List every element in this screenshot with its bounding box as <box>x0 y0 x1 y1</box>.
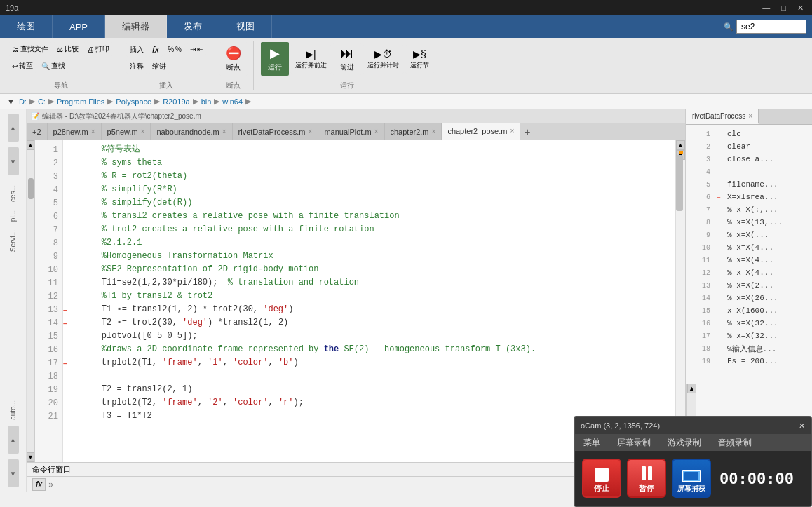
sidebar-label[interactable]: ces... <box>9 185 17 202</box>
tab-chapter2-pose-close[interactable]: × <box>510 127 514 135</box>
scroll-up-arrow[interactable]: ▲ <box>27 140 34 150</box>
tab-p28new-close[interactable]: × <box>91 128 95 135</box>
tab-rivet[interactable]: rivetDataProcess.m × <box>233 123 319 140</box>
code-line-9[interactable]: %Homogeneous Transformation Matrix <box>81 250 670 263</box>
fx-button[interactable]: fx <box>32 478 46 491</box>
scroll-down-arrow[interactable]: ▼ <box>27 452 34 462</box>
ocam-stop-btn[interactable]: 停止 <box>582 459 621 498</box>
code-line-11[interactable]: T11=se2(1,2,30*pi/180); % translation an… <box>81 276 670 290</box>
right-scroll-up[interactable]: ▲ <box>687 384 696 393</box>
window-controls[interactable]: — □ ✕ <box>759 4 806 13</box>
code-line-3[interactable]: % R = rot2(theta) <box>81 170 670 183</box>
tab-drawing[interactable]: 绘图 <box>0 15 53 38</box>
scrollbar-thumb[interactable] <box>676 155 683 211</box>
run-timer-btn[interactable]: ▶⏱ 运行并计时 <box>363 45 404 74</box>
ocam-title: oCam (3, 2, 1356, 724) <box>581 421 660 430</box>
right-panel-tab-close[interactable]: × <box>748 112 752 120</box>
tab-app[interactable]: APP <box>53 15 105 38</box>
scroll-thumb[interactable] <box>28 178 34 199</box>
code-line-16[interactable]: %draws a 2D coordinate frame represented… <box>81 343 670 356</box>
advance-btn[interactable]: ⏭ 前进 <box>333 43 361 76</box>
code-line-8[interactable]: %2.1.2.1 <box>81 236 670 250</box>
find-file-btn[interactable]: 🗂 查找文件 <box>8 42 52 56</box>
sidebar-label2[interactable]: pl... <box>9 210 17 222</box>
tab-chapter2-close[interactable]: × <box>432 128 436 135</box>
code-line-1[interactable]: %符号表达 <box>81 143 670 156</box>
tab-p5new-close[interactable]: × <box>141 128 145 135</box>
code-line-18[interactable] <box>81 370 670 383</box>
run-btn[interactable]: ▶ 运行 <box>261 42 289 76</box>
goto-btn[interactable]: ↩ 转至 <box>8 59 36 73</box>
code-line-6[interactable]: % transl2 creates a relative pose with a… <box>81 210 670 223</box>
compare-btn[interactable]: ⚖ 比较 <box>53 42 82 56</box>
tab-rivet-close[interactable]: × <box>309 128 313 135</box>
tab-nabour-close[interactable]: × <box>222 128 226 135</box>
code-line-2[interactable]: % syms theta <box>81 156 670 170</box>
ocam-menu-game[interactable]: 游戏录制 <box>659 434 710 451</box>
sidebar-label4[interactable]: auto... <box>9 400 17 420</box>
bc-r2019[interactable]: R2019a <box>163 97 190 106</box>
code-line-10[interactable]: %SE2 Representation of 2D rigid-body mot… <box>81 263 670 276</box>
sidebar-collapse-mid[interactable]: ▲ <box>8 426 19 454</box>
right-panel-tab[interactable]: rivetDataProcess × <box>686 109 759 124</box>
bc-polyspace[interactable]: Polyspace <box>116 97 151 106</box>
fx-btn[interactable]: fx <box>149 42 163 57</box>
code-line-13[interactable]: T1 ▪= transl2(1, 2) * trot2(30, 'deg') <box>81 303 670 316</box>
ocam-menu-screen[interactable]: 屏幕录制 <box>609 434 659 451</box>
run-advance-btn[interactable]: ▶| 运行并前进 <box>290 45 332 74</box>
tab-p28new[interactable]: p28new.m × <box>48 123 102 140</box>
tab-editor[interactable]: 编辑器 <box>105 15 167 38</box>
sidebar-collapse-mid2[interactable]: ▼ <box>8 459 19 487</box>
scrollbar-up-arrow[interactable]: ▲ <box>676 140 685 150</box>
bc-bin[interactable]: bin <box>201 97 212 106</box>
insert-btn[interactable]: 插入 <box>126 43 147 57</box>
tab-nabour[interactable]: nabourandnode.m × <box>151 123 232 140</box>
ocam-menu-menu[interactable]: 菜单 <box>575 434 609 451</box>
search-input[interactable] <box>736 20 806 34</box>
code-line-7[interactable]: % trot2 creates a relative pose with a f… <box>81 223 670 236</box>
tab-chapter2-pose[interactable]: chapter2_pose.m × <box>442 123 520 140</box>
bc-d[interactable]: D: <box>19 97 27 106</box>
editor-left-scrollbar[interactable]: ▲ ▼ <box>27 140 35 462</box>
ocam-screen-btn[interactable]: 屏幕捕获 <box>672 459 711 498</box>
code-area[interactable]: %符号表达 % syms theta % R = rot2(theta) % s… <box>76 140 675 462</box>
minimize-btn[interactable]: — <box>759 4 773 13</box>
editor-scrollbar[interactable]: ▲ ▼ <box>675 140 685 462</box>
code-line-20[interactable]: trplot2(T2, 'frame', '2', 'color', 'r'); <box>81 396 670 410</box>
sidebar-label3[interactable]: Servi... <box>9 230 17 252</box>
code-line-5[interactable]: % simplify(det(R)) <box>81 196 670 210</box>
close-btn[interactable]: ✕ <box>794 4 806 13</box>
code-line-12[interactable]: %T1 by transl2 & trot2 <box>81 290 670 303</box>
bc-programfiles[interactable]: Program Files <box>57 97 104 106</box>
ocam-menu-audio[interactable]: 音频录制 <box>710 434 760 451</box>
tab-add-btn[interactable]: + <box>520 123 534 140</box>
code-line-17[interactable]: trplot2(T1, 'frame', '1', 'color', 'b') <box>81 356 670 370</box>
tab-chapter2[interactable]: chapter2.m × <box>385 123 442 140</box>
code-line-19[interactable]: T2 = transl2(2, 1) <box>81 383 670 396</box>
sidebar-collapse-bottom[interactable]: ▼ <box>8 147 19 175</box>
tab-p5new[interactable]: p5new.m × <box>102 123 151 140</box>
run-section-btn[interactable]: ▶§ 运行节 <box>405 45 434 74</box>
bc-win64[interactable]: win64 <box>222 97 243 106</box>
ocam-pause-btn[interactable]: 暂停 <box>627 459 666 498</box>
comment-btn[interactable]: % % <box>164 43 185 55</box>
code-line-15[interactable]: plotvol([0 5 0 5]); <box>81 330 670 343</box>
breakpoint-btn[interactable]: ⛔ 断点 <box>219 42 248 76</box>
indent2-btn[interactable]: 缩进 <box>149 60 170 74</box>
search-btn[interactable]: 🔍 查找 <box>38 59 69 73</box>
code-line-4[interactable]: % simplify(R*R) <box>81 183 670 196</box>
tab-manual[interactable]: manualPlot.m × <box>318 123 384 140</box>
tab-publish[interactable]: 发布 <box>167 15 219 38</box>
bc-arrow-toggle[interactable]: ▼ <box>7 97 15 106</box>
note-btn[interactable]: 注释 <box>126 60 147 74</box>
print-btn[interactable]: 🖨 打印 <box>83 42 113 56</box>
maximize-btn[interactable]: □ <box>778 4 789 13</box>
ocam-close-btn[interactable]: ✕ <box>799 421 805 431</box>
tab-manual-close[interactable]: × <box>374 128 379 135</box>
code-line-14[interactable]: T2 ▪= trot2(30, 'deg') *transl2(1, 2) <box>81 316 670 330</box>
sidebar-collapse-top[interactable]: ▲ <box>8 114 19 142</box>
tab-plus2[interactable]: +2 <box>27 123 48 140</box>
tab-view[interactable]: 视图 <box>219 15 272 38</box>
bc-c[interactable]: C: <box>38 97 46 106</box>
indent-btn[interactable]: ⇥ ⇤ <box>187 43 206 55</box>
